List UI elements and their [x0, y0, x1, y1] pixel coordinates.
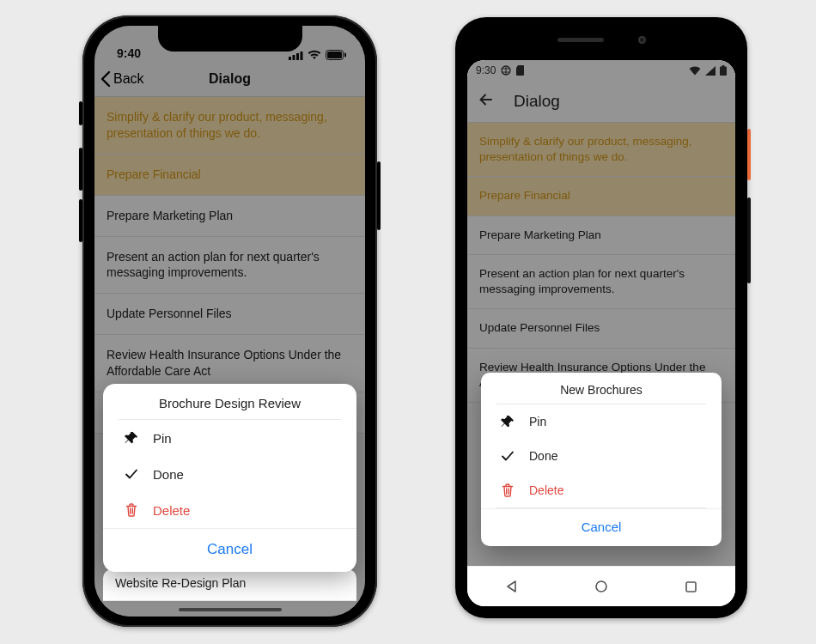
svg-point-10: [596, 581, 606, 592]
delete-label: Delete: [529, 483, 563, 497]
speaker-grill: [557, 38, 604, 42]
delete-action[interactable]: Delete: [103, 492, 356, 528]
trash-icon: [500, 483, 515, 498]
android-dialog: New Brochures Pin Done Delete: [481, 373, 722, 546]
home-indicator[interactable]: [179, 608, 282, 611]
android-nav-bar: [467, 566, 735, 606]
done-label: Done: [529, 449, 557, 463]
pin-label: Pin: [529, 415, 546, 428]
cancel-button[interactable]: Cancel: [103, 528, 356, 572]
android-screen: 9:30 Dialog Simplify & clarify our produ…: [467, 60, 735, 606]
iphone-side-button: [79, 101, 82, 125]
triangle-left-icon: [505, 580, 519, 593]
sheet-title: Brochure Design Review: [103, 384, 356, 419]
square-icon: [685, 580, 697, 593]
pin-action[interactable]: Pin: [103, 420, 356, 456]
iphone-device-frame: 9:40 Back Dialog Simplify & clarify our …: [82, 15, 377, 627]
nav-recent-button[interactable]: [683, 579, 698, 594]
iphone-side-button: [79, 199, 82, 242]
pin-icon: [500, 414, 515, 429]
iphone-screen: 9:40 Back Dialog Simplify & clarify our …: [94, 26, 365, 617]
cancel-button[interactable]: Cancel: [481, 508, 722, 546]
nav-home-button[interactable]: [594, 579, 609, 594]
circle-icon: [594, 580, 608, 593]
trash-icon: [124, 502, 139, 518]
android-device-frame: 9:30 Dialog Simplify & clarify our produ…: [455, 17, 747, 618]
delete-label: Delete: [153, 503, 190, 518]
svg-rect-11: [686, 582, 696, 592]
ios-action-sheet: Brochure Design Review Pin Done Delete: [103, 384, 356, 572]
done-action[interactable]: Done: [481, 439, 722, 473]
delete-action[interactable]: Delete: [481, 473, 722, 507]
android-volume-button: [747, 197, 751, 283]
iphone-notch: [158, 26, 302, 52]
android-power-button: [747, 129, 751, 180]
pin-icon: [124, 430, 139, 446]
iphone-side-button: [377, 161, 381, 230]
checkmark-icon: [124, 466, 139, 482]
android-top-bezel: [455, 17, 747, 62]
list-item-peek: Website Re-Design Plan: [103, 569, 356, 601]
front-camera: [638, 36, 646, 44]
checkmark-icon: [500, 448, 515, 464]
pin-action[interactable]: Pin: [481, 404, 722, 439]
list-item-label: Website Re-Design Plan: [115, 576, 246, 590]
pin-label: Pin: [153, 431, 172, 446]
done-action[interactable]: Done: [103, 456, 356, 492]
iphone-side-button: [79, 148, 82, 191]
nav-back-button[interactable]: [504, 579, 520, 594]
sheet-title: New Brochures: [481, 373, 722, 404]
done-label: Done: [153, 467, 184, 482]
